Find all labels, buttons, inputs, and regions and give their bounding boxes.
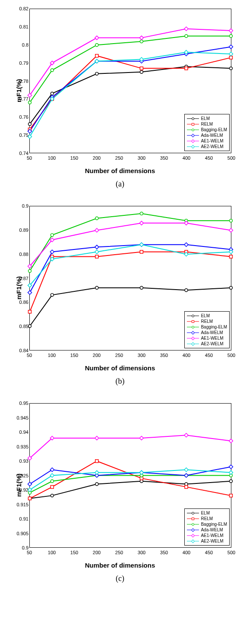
legend-swatch [187, 331, 199, 335]
x-tick: 150 [70, 550, 78, 555]
legend-swatch [187, 133, 199, 138]
x-tick: 400 [183, 353, 190, 358]
x-tick: 450 [205, 155, 213, 161]
x-tick: 300 [138, 155, 145, 161]
legend-item: RELM [187, 121, 227, 127]
x-tick: 50 [27, 353, 32, 358]
legend-swatch [187, 139, 199, 143]
svg-marker-26 [95, 36, 99, 40]
x-tick: 150 [70, 155, 78, 161]
svg-point-5 [230, 67, 233, 70]
svg-point-51 [140, 212, 143, 215]
legend-label: AE1-WELM [201, 335, 223, 341]
svg-point-75 [140, 480, 143, 483]
svg-marker-62 [95, 228, 99, 232]
svg-marker-55 [50, 250, 54, 254]
legend-swatch [187, 319, 199, 324]
x-tick: 500 [227, 353, 235, 358]
subplot-label: (a) [4, 177, 236, 196]
svg-point-17 [230, 35, 233, 38]
svg-marker-71 [229, 250, 233, 254]
y-tick: 0.88 [19, 252, 28, 257]
svg-point-3 [140, 70, 143, 73]
legend-swatch [187, 128, 199, 132]
svg-rect-9 [140, 67, 143, 70]
legend-swatch [187, 539, 199, 543]
svg-point-16 [185, 35, 188, 38]
legend-label: ELM [201, 510, 210, 516]
y-tick: 0.93 [19, 458, 28, 464]
legend-label: Bagging-ELM [201, 127, 227, 133]
legend-item: RELM [187, 319, 227, 324]
legend-item: Bagging-ELM [187, 324, 227, 330]
svg-marker-65 [229, 228, 233, 232]
svg-rect-82 [185, 486, 188, 489]
y-tick: 0.945 [16, 415, 28, 420]
y-axis-label: mF1(%) [15, 474, 22, 497]
svg-marker-27 [139, 36, 143, 40]
svg-marker-54 [28, 290, 32, 294]
svg-rect-45 [140, 250, 143, 253]
y-tick: 0.95 [19, 401, 28, 406]
legend-swatch [187, 314, 199, 318]
svg-point-40 [185, 289, 188, 292]
svg-point-77 [230, 480, 233, 483]
svg-point-85 [51, 480, 54, 483]
legend-item: AE1-WELM [187, 138, 227, 144]
legend-swatch [187, 522, 199, 527]
svg-point-48 [28, 269, 32, 272]
y-tick: 0.935 [16, 444, 28, 449]
legend: ELM RELM Bagging-ELM Ada-WELM AE1-WELM [184, 311, 230, 348]
svg-point-73 [51, 494, 54, 497]
y-tick: 0.8 [22, 42, 28, 47]
x-tick: 350 [160, 155, 168, 161]
svg-marker-101 [229, 439, 233, 443]
svg-marker-105 [139, 470, 143, 474]
legend-label: Ada-WELM [201, 527, 223, 533]
legend-swatch [187, 336, 199, 341]
x-tick: 200 [93, 353, 101, 358]
svg-rect-44 [95, 255, 98, 258]
svg-point-50 [95, 217, 98, 220]
y-tick: 0.9 [22, 203, 28, 208]
svg-point-49 [51, 234, 54, 237]
legend-label: RELM [201, 319, 213, 324]
chart-panel: 0.840.850.860.870.880.890.9 501001502002… [0, 197, 240, 395]
svg-point-14 [95, 44, 98, 47]
y-tick: 0.75 [19, 133, 28, 138]
chart-frame: 0.740.750.760.770.780.790.80.810.82 5010… [4, 4, 236, 177]
x-tick: 250 [115, 353, 123, 358]
svg-marker-106 [184, 468, 188, 472]
svg-marker-68 [95, 250, 99, 254]
chart-panel: 0.90.9050.910.9150.920.9250.930.9350.940… [0, 395, 240, 592]
svg-rect-11 [230, 56, 233, 59]
legend-item: ELM [187, 313, 227, 319]
y-tick: 0.86 [19, 300, 28, 305]
y-axis-label: mF1(%) [15, 79, 22, 102]
svg-marker-23 [229, 45, 233, 49]
svg-marker-95 [229, 465, 233, 469]
svg-point-39 [140, 286, 143, 289]
legend-swatch [187, 117, 199, 121]
svg-marker-107 [229, 470, 233, 474]
x-tick: 100 [48, 353, 56, 358]
svg-point-74 [95, 483, 98, 486]
svg-point-0 [28, 123, 32, 126]
svg-marker-100 [184, 433, 188, 437]
x-tick: 350 [160, 353, 168, 358]
y-tick: 0.94 [19, 429, 28, 435]
legend: ELM RELM Bagging-ELM Ada-WELM AE1-WELM [184, 508, 230, 546]
legend-swatch [187, 528, 199, 532]
legend-label: RELM [201, 516, 213, 521]
legend-item: Ada-WELM [187, 133, 227, 138]
legend-item: ELM [187, 510, 227, 516]
y-axis-label: mF1(%) [15, 276, 22, 300]
legend-swatch [187, 511, 199, 515]
legend-label: Bagging-ELM [201, 324, 227, 330]
svg-marker-28 [184, 27, 188, 31]
x-tick: 500 [227, 550, 235, 555]
legend-item: AE2-WELM [187, 144, 227, 149]
legend-label: AE1-WELM [201, 533, 223, 538]
legend-label: AE2-WELM [201, 341, 223, 347]
svg-marker-98 [95, 436, 99, 440]
